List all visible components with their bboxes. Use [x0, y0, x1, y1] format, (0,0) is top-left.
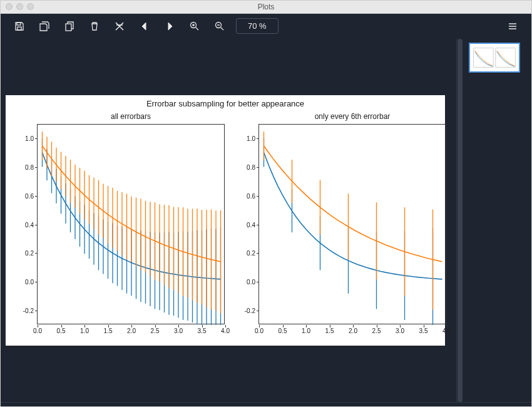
arrow-left-icon	[140, 21, 150, 31]
maximize-window-icon[interactable]	[27, 3, 34, 10]
svg-rect-1	[18, 27, 21, 30]
save-all-button[interactable]	[32, 14, 57, 39]
close-window-icon[interactable]	[6, 3, 13, 10]
x-tick-label: 1.5	[104, 327, 113, 334]
x-tick-label: 2.5	[151, 327, 160, 334]
x-tick-label: 3.5	[198, 327, 207, 334]
svg-rect-0	[17, 23, 21, 25]
svg-rect-6	[496, 48, 515, 66]
delete-button[interactable]	[82, 14, 107, 39]
zoom-in-button[interactable]	[182, 14, 207, 39]
plot-viewport[interactable]: Errorbar subsampling for better appearan…	[1, 39, 456, 402]
y-tick-label: 0.4	[15, 221, 34, 228]
y-tick-label: 0.4	[237, 221, 255, 228]
x-tick-label: 0.0	[255, 327, 263, 334]
next-button[interactable]	[157, 14, 182, 39]
x-tick-label: 1.0	[302, 327, 310, 334]
thumbnail-1[interactable]	[469, 43, 520, 73]
x-tick-label: 3.0	[174, 327, 183, 334]
x-tick-label: 4.0	[221, 327, 230, 334]
series-line-blue	[264, 152, 442, 279]
x-tick-label: 0.5	[57, 327, 66, 334]
copy-icon	[64, 21, 74, 31]
window-title: Plots	[1, 3, 531, 11]
y-tick-label: 0.0	[237, 278, 255, 285]
save-all-icon	[39, 21, 49, 31]
arrow-right-icon	[165, 21, 175, 31]
zoom-out-icon	[215, 21, 225, 31]
y-tick-label: 0.6	[15, 192, 34, 199]
thumbnails-pane	[463, 39, 531, 402]
x-tick-label: 1.0	[80, 327, 89, 334]
series-line-orange	[264, 146, 442, 262]
figure: Errorbar subsampling for better appearan…	[6, 95, 445, 346]
delete-all-icon	[115, 21, 125, 31]
trash-icon	[90, 21, 100, 31]
y-tick-label: 0.8	[237, 164, 255, 171]
y-tick-label: 0.8	[15, 164, 34, 171]
prev-button[interactable]	[132, 14, 157, 39]
x-tick-label: 2.0	[349, 327, 357, 334]
x-tick-label: 2.5	[372, 327, 381, 334]
x-tick-label: 3.5	[419, 327, 428, 334]
subplot-left-title: all errorbars	[38, 112, 224, 121]
copy-button[interactable]	[57, 14, 82, 39]
y-tick-label: 1.0	[237, 135, 255, 142]
vertical-scrollbar[interactable]	[456, 39, 463, 402]
x-tick-label: 0.0	[33, 327, 42, 334]
zoom-level[interactable]: 70 %	[236, 18, 279, 34]
x-tick-label: 4.0	[442, 327, 451, 334]
y-tick-label: 0.0	[15, 278, 34, 285]
subplot-left: all errorbars -0.20.00.20.40.60.81.00.00…	[37, 124, 225, 324]
subplot-right-title: only every 6th errorbar	[259, 112, 446, 121]
hamburger-icon	[508, 21, 518, 31]
zoom-out-button[interactable]	[207, 14, 232, 39]
y-tick-label: 0.2	[15, 250, 34, 257]
minimize-window-icon[interactable]	[16, 3, 23, 10]
menu-button[interactable]	[500, 14, 525, 39]
window-controls	[6, 3, 34, 10]
y-tick-label: 0.2	[237, 250, 255, 257]
figure-suptitle: Errorbar subsampling for better appearan…	[6, 99, 445, 108]
x-tick-label: 1.5	[325, 327, 334, 334]
titlebar: Plots	[1, 1, 531, 14]
save-icon	[14, 21, 24, 31]
scrollbar-thumb[interactable]	[458, 39, 463, 402]
x-tick-label: 0.5	[279, 327, 287, 334]
subplot-right: only every 6th errorbar -0.20.00.20.40.6…	[258, 124, 446, 324]
svg-rect-2	[66, 24, 71, 31]
y-tick-label: -0.2	[15, 307, 34, 314]
y-tick-label: 0.6	[237, 192, 255, 199]
subplot-left-svg	[38, 125, 225, 325]
content: Errorbar subsampling for better appearan…	[1, 39, 531, 402]
subplot-right-svg	[259, 125, 447, 325]
plots-window: Plots 70 %	[0, 0, 532, 407]
y-tick-label: 1.0	[15, 135, 34, 142]
thumbnail-svg	[471, 45, 518, 70]
toolbar: 70 %	[1, 14, 531, 39]
svg-rect-5	[474, 48, 493, 66]
delete-all-button[interactable]	[107, 14, 132, 39]
x-tick-label: 3.0	[396, 327, 404, 334]
zoom-in-icon	[190, 21, 200, 31]
save-button[interactable]	[7, 14, 32, 39]
horizontal-scrollbar[interactable]	[1, 402, 531, 407]
x-tick-label: 2.0	[127, 327, 136, 334]
y-tick-label: -0.2	[237, 307, 255, 314]
